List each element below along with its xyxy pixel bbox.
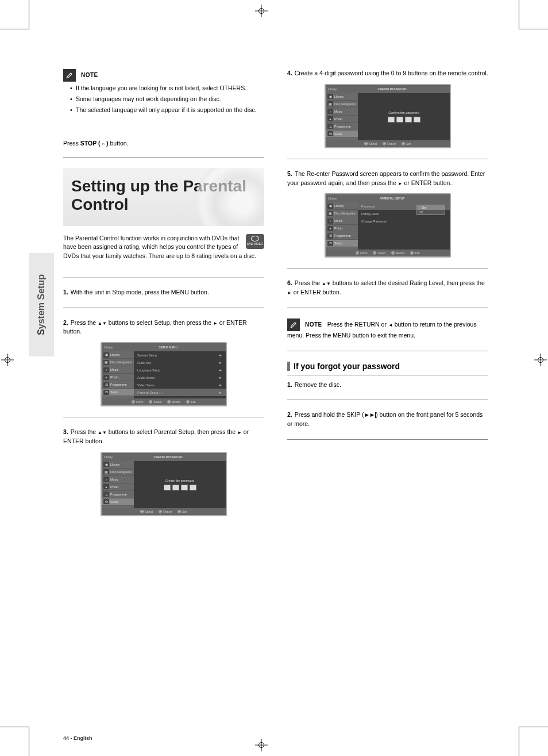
note-label: NOTE bbox=[81, 72, 98, 78]
skip-forward-icon: ►►| bbox=[364, 411, 376, 418]
step-1: 1.With the unit in Stop mode, press the … bbox=[63, 288, 264, 297]
pencil-icon bbox=[287, 318, 300, 331]
step-6: 6.Press the ▲▼ buttons to select the des… bbox=[287, 279, 488, 297]
disc-nav-icon: ▦ bbox=[103, 360, 109, 365]
up-down-icon: ▲▼ bbox=[98, 321, 107, 326]
intro-text: The Parental Control function works in c… bbox=[63, 234, 264, 261]
section-title-box: Setting up the ParentalControl bbox=[63, 168, 264, 225]
registration-mark-icon bbox=[255, 5, 268, 17]
step-4: 4.Create a 4-digit password using the 0 … bbox=[287, 69, 488, 78]
photo-icon: ▲ bbox=[103, 375, 109, 380]
disc-art-icon bbox=[195, 168, 264, 225]
note-item: The selected language will only appear i… bbox=[70, 106, 264, 115]
registration-mark-icon bbox=[255, 739, 268, 751]
section-tab-label: ystem Setup bbox=[36, 274, 46, 329]
dropdown-on-off: ✓ On Off bbox=[416, 205, 445, 215]
registration-mark-icon bbox=[534, 354, 547, 366]
note-item: Some languages may not work depending on… bbox=[70, 95, 264, 104]
screenshot-parental-setup: LibraryPARENTAL SETUP ◉Library ▦Disc Nav… bbox=[325, 193, 451, 258]
right-icon: ► bbox=[398, 181, 403, 186]
note-block: NOTE If the language you are looking for… bbox=[63, 69, 264, 114]
note-label: NOTE bbox=[305, 321, 322, 328]
screenshot-confirm-password: LibraryCREATE PASSWORD ◉Library ▦Disc Na… bbox=[325, 84, 451, 148]
setup-icon: ✿ bbox=[103, 390, 109, 395]
dvd-video-badge-icon: DVD-VIDEO bbox=[246, 234, 264, 249]
up-down-icon: ▲▼ bbox=[322, 281, 331, 286]
step-3: 3.Press the ▲▼ buttons to select Parenta… bbox=[63, 428, 264, 446]
up-down-icon: ▲▼ bbox=[98, 430, 107, 435]
pencil-icon bbox=[63, 69, 76, 82]
stop-hint: Press STOP ( ○ ) button. bbox=[63, 140, 264, 147]
page-footer: 44 - English bbox=[63, 735, 92, 741]
section-tab: System Setup bbox=[29, 253, 54, 356]
music-icon: ♪ bbox=[103, 367, 109, 373]
note-item: If the language you are looking for is n… bbox=[70, 84, 264, 93]
step-5: 5.The Re-enter Password screen appears t… bbox=[287, 170, 488, 188]
subsection-heading: If you forgot your password bbox=[287, 362, 488, 371]
left-column: NOTE If the language you are looking for… bbox=[63, 69, 264, 516]
step-2: 2.Press the ▲▼ buttons to select Setup, … bbox=[63, 318, 264, 337]
library-icon: ◉ bbox=[103, 352, 109, 358]
right-icon: ► bbox=[213, 321, 218, 326]
screenshot-setup-menu: LibrarySETUP MENU ◉Library ▦Disc Navigat… bbox=[101, 342, 227, 406]
note-block: NOTE Press the RETURN or ◄ button to ret… bbox=[287, 318, 488, 340]
left-icon: ◄ bbox=[388, 323, 393, 328]
registration-mark-icon bbox=[1, 354, 14, 366]
right-icon: ► bbox=[237, 430, 242, 435]
sub-step-1: 1.Remove the disc. bbox=[287, 381, 488, 390]
right-column: 4.Create a 4-digit password using the 0 … bbox=[287, 69, 488, 516]
screenshot-create-password: LibraryCREATE PASSWORD ◉Library ▦Disc Na… bbox=[101, 452, 227, 516]
right-icon: ► bbox=[287, 290, 292, 296]
sub-step-2: 2.Press and hold the SKIP (►►|) button o… bbox=[287, 410, 488, 429]
section-tab-initial: S bbox=[36, 329, 46, 335]
programme-icon: ☰ bbox=[103, 382, 109, 387]
